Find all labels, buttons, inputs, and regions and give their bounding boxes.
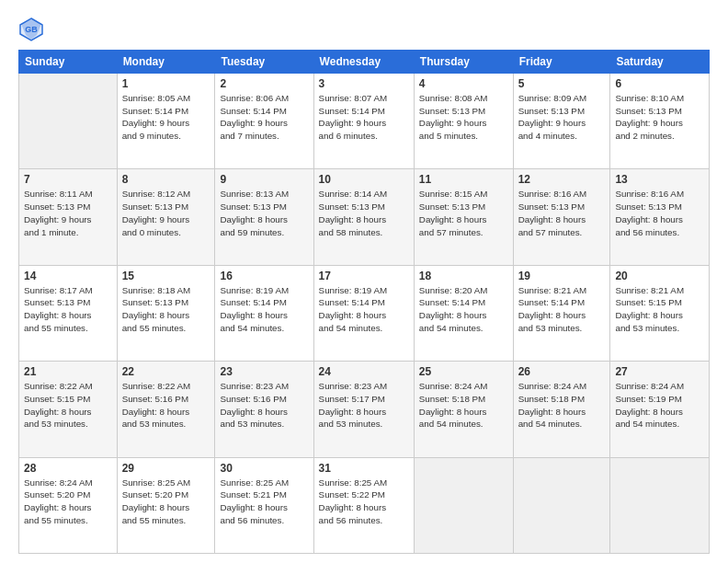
day-info: Sunrise: 8:25 AM Sunset: 5:21 PM Dayligh… <box>220 477 308 527</box>
day-cell: 15Sunrise: 8:18 AM Sunset: 5:13 PM Dayli… <box>117 265 215 361</box>
col-header-wednesday: Wednesday <box>313 51 414 74</box>
day-info: Sunrise: 8:16 AM Sunset: 5:13 PM Dayligh… <box>615 188 704 238</box>
day-cell: 17Sunrise: 8:19 AM Sunset: 5:14 PM Dayli… <box>313 265 414 361</box>
day-cell: 7Sunrise: 8:11 AM Sunset: 5:13 PM Daylig… <box>19 169 118 265</box>
day-number: 8 <box>122 173 210 186</box>
day-number: 30 <box>220 462 308 475</box>
day-info: Sunrise: 8:20 AM Sunset: 5:14 PM Dayligh… <box>419 284 508 335</box>
day-info: Sunrise: 8:25 AM Sunset: 5:22 PM Dayligh… <box>319 477 409 527</box>
day-cell <box>610 457 710 553</box>
day-cell: 6Sunrise: 8:10 AM Sunset: 5:13 PM Daylig… <box>610 74 710 169</box>
day-info: Sunrise: 8:09 AM Sunset: 5:13 PM Dayligh… <box>518 92 606 143</box>
logo: GB <box>18 17 48 42</box>
day-cell: 30Sunrise: 8:25 AM Sunset: 5:21 PM Dayli… <box>215 457 313 553</box>
day-number: 5 <box>518 77 606 90</box>
day-cell: 21Sunrise: 8:22 AM Sunset: 5:15 PM Dayli… <box>19 362 118 457</box>
day-cell: 25Sunrise: 8:24 AM Sunset: 5:18 PM Dayli… <box>414 362 513 457</box>
calendar-table: SundayMondayTuesdayWednesdayThursdayFrid… <box>18 50 710 554</box>
day-number: 20 <box>615 270 704 282</box>
day-info: Sunrise: 8:19 AM Sunset: 5:14 PM Dayligh… <box>319 284 409 335</box>
day-info: Sunrise: 8:16 AM Sunset: 5:13 PM Dayligh… <box>518 188 606 238</box>
day-cell: 10Sunrise: 8:14 AM Sunset: 5:13 PM Dayli… <box>313 169 414 265</box>
day-cell: 1Sunrise: 8:05 AM Sunset: 5:14 PM Daylig… <box>117 74 215 169</box>
day-cell: 13Sunrise: 8:16 AM Sunset: 5:13 PM Dayli… <box>610 169 710 265</box>
logo-icon: GB <box>18 17 44 42</box>
week-row-1: 1Sunrise: 8:05 AM Sunset: 5:14 PM Daylig… <box>19 74 710 169</box>
week-row-3: 14Sunrise: 8:17 AM Sunset: 5:13 PM Dayli… <box>19 265 710 361</box>
day-cell: 9Sunrise: 8:13 AM Sunset: 5:13 PM Daylig… <box>215 169 313 265</box>
day-number: 19 <box>518 270 606 282</box>
header-row: SundayMondayTuesdayWednesdayThursdayFrid… <box>19 51 710 74</box>
day-info: Sunrise: 8:24 AM Sunset: 5:19 PM Dayligh… <box>615 380 704 431</box>
col-header-monday: Monday <box>117 51 215 74</box>
day-info: Sunrise: 8:06 AM Sunset: 5:14 PM Dayligh… <box>220 92 308 143</box>
day-info: Sunrise: 8:25 AM Sunset: 5:20 PM Dayligh… <box>122 477 210 527</box>
day-number: 3 <box>319 77 409 90</box>
day-cell: 5Sunrise: 8:09 AM Sunset: 5:13 PM Daylig… <box>513 74 610 169</box>
day-cell: 3Sunrise: 8:07 AM Sunset: 5:14 PM Daylig… <box>313 74 414 169</box>
day-number: 2 <box>220 77 308 90</box>
day-cell: 4Sunrise: 8:08 AM Sunset: 5:13 PM Daylig… <box>414 74 513 169</box>
day-number: 12 <box>518 173 606 186</box>
day-info: Sunrise: 8:23 AM Sunset: 5:17 PM Dayligh… <box>319 380 409 431</box>
day-number: 21 <box>24 365 112 378</box>
week-row-5: 28Sunrise: 8:24 AM Sunset: 5:20 PM Dayli… <box>19 457 710 553</box>
day-info: Sunrise: 8:21 AM Sunset: 5:14 PM Dayligh… <box>518 284 606 335</box>
day-info: Sunrise: 8:22 AM Sunset: 5:15 PM Dayligh… <box>24 380 112 431</box>
day-cell: 31Sunrise: 8:25 AM Sunset: 5:22 PM Dayli… <box>313 457 414 553</box>
day-number: 17 <box>319 270 409 282</box>
day-info: Sunrise: 8:14 AM Sunset: 5:13 PM Dayligh… <box>319 188 409 238</box>
day-cell: 28Sunrise: 8:24 AM Sunset: 5:20 PM Dayli… <box>19 457 118 553</box>
day-number: 10 <box>319 173 409 186</box>
day-cell: 16Sunrise: 8:19 AM Sunset: 5:14 PM Dayli… <box>215 265 313 361</box>
day-number: 28 <box>24 462 112 475</box>
col-header-thursday: Thursday <box>414 51 513 74</box>
day-cell: 22Sunrise: 8:22 AM Sunset: 5:16 PM Dayli… <box>117 362 215 457</box>
day-number: 26 <box>518 365 606 378</box>
day-info: Sunrise: 8:05 AM Sunset: 5:14 PM Dayligh… <box>122 92 210 143</box>
header: GB <box>18 17 710 42</box>
day-info: Sunrise: 8:19 AM Sunset: 5:14 PM Dayligh… <box>220 284 308 335</box>
day-number: 7 <box>24 173 112 186</box>
day-cell: 29Sunrise: 8:25 AM Sunset: 5:20 PM Dayli… <box>117 457 215 553</box>
day-cell: 26Sunrise: 8:24 AM Sunset: 5:18 PM Dayli… <box>513 362 610 457</box>
day-info: Sunrise: 8:07 AM Sunset: 5:14 PM Dayligh… <box>319 92 409 143</box>
day-number: 15 <box>122 270 210 282</box>
week-row-2: 7Sunrise: 8:11 AM Sunset: 5:13 PM Daylig… <box>19 169 710 265</box>
day-info: Sunrise: 8:08 AM Sunset: 5:13 PM Dayligh… <box>419 92 508 143</box>
day-cell: 12Sunrise: 8:16 AM Sunset: 5:13 PM Dayli… <box>513 169 610 265</box>
day-number: 13 <box>615 173 704 186</box>
day-cell: 23Sunrise: 8:23 AM Sunset: 5:16 PM Dayli… <box>215 362 313 457</box>
day-number: 18 <box>419 270 508 282</box>
day-info: Sunrise: 8:12 AM Sunset: 5:13 PM Dayligh… <box>122 188 210 238</box>
col-header-tuesday: Tuesday <box>215 51 313 74</box>
day-info: Sunrise: 8:13 AM Sunset: 5:13 PM Dayligh… <box>220 188 308 238</box>
day-number: 11 <box>419 173 508 186</box>
day-number: 6 <box>615 77 704 90</box>
day-info: Sunrise: 8:23 AM Sunset: 5:16 PM Dayligh… <box>220 380 308 431</box>
day-info: Sunrise: 8:17 AM Sunset: 5:13 PM Dayligh… <box>24 284 112 335</box>
day-info: Sunrise: 8:24 AM Sunset: 5:18 PM Dayligh… <box>419 380 508 431</box>
day-info: Sunrise: 8:22 AM Sunset: 5:16 PM Dayligh… <box>122 380 210 431</box>
day-info: Sunrise: 8:21 AM Sunset: 5:15 PM Dayligh… <box>615 284 704 335</box>
day-cell: 27Sunrise: 8:24 AM Sunset: 5:19 PM Dayli… <box>610 362 710 457</box>
day-info: Sunrise: 8:24 AM Sunset: 5:18 PM Dayligh… <box>518 380 606 431</box>
day-cell <box>19 74 118 169</box>
page: GB SundayMondayTuesdayWednesdayThursdayF… <box>0 0 728 563</box>
col-header-saturday: Saturday <box>610 51 710 74</box>
day-cell: 2Sunrise: 8:06 AM Sunset: 5:14 PM Daylig… <box>215 74 313 169</box>
day-info: Sunrise: 8:18 AM Sunset: 5:13 PM Dayligh… <box>122 284 210 335</box>
day-number: 4 <box>419 77 508 90</box>
day-number: 27 <box>615 365 704 378</box>
day-number: 1 <box>122 77 210 90</box>
svg-text:GB: GB <box>25 25 38 34</box>
day-cell: 19Sunrise: 8:21 AM Sunset: 5:14 PM Dayli… <box>513 265 610 361</box>
day-cell <box>414 457 513 553</box>
day-info: Sunrise: 8:10 AM Sunset: 5:13 PM Dayligh… <box>615 92 704 143</box>
day-info: Sunrise: 8:15 AM Sunset: 5:13 PM Dayligh… <box>419 188 508 238</box>
day-number: 9 <box>220 173 308 186</box>
day-cell: 14Sunrise: 8:17 AM Sunset: 5:13 PM Dayli… <box>19 265 118 361</box>
col-header-friday: Friday <box>513 51 610 74</box>
day-number: 23 <box>220 365 308 378</box>
day-number: 24 <box>319 365 409 378</box>
